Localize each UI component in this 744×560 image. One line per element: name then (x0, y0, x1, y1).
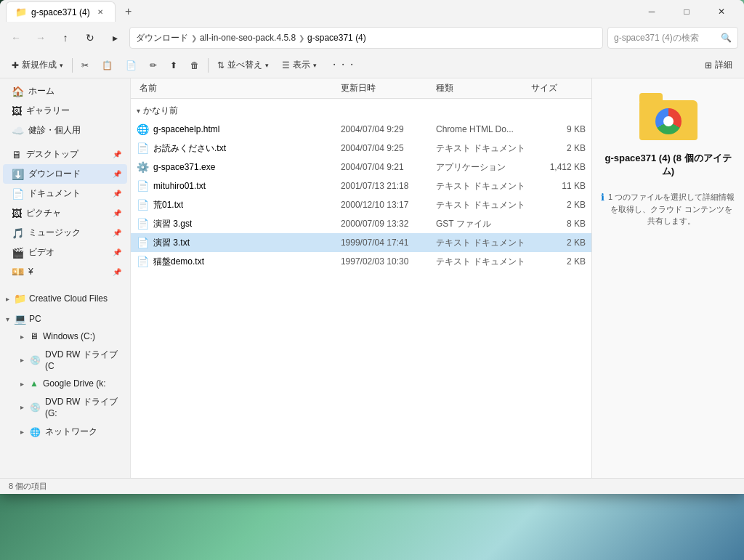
sidebar-group-creative-cloud[interactable]: ▸ 📁 Creative Cloud Files (0, 290, 130, 307)
file-row[interactable]: 📄 演習 3.txt 1999/07/04 17:41 テキスト ドキュメント … (131, 233, 591, 252)
sidebar-item-windows-c[interactable]: ▸ 🖥 Windows (C:) (3, 328, 127, 345)
minimize-button[interactable]: ─ (635, 0, 668, 23)
new-tab-button[interactable]: + (118, 1, 139, 22)
file-type-0: Chrome HTML Do... (436, 124, 531, 134)
file-name-6: 演習 3.txt (153, 237, 190, 249)
file-type-5: GST ファイル (436, 218, 531, 230)
tab-label: g-space371 (4) (31, 7, 90, 17)
videos-pin-icon: 📌 (113, 248, 121, 256)
file-icon-3: 📄 (137, 180, 149, 192)
close-button[interactable]: ✕ (705, 0, 738, 23)
file-row[interactable]: 📄 お読みください.txt 2004/07/04 9:25 テキスト ドキュメン… (131, 139, 591, 158)
pc-label: PC (29, 314, 41, 324)
refresh-button[interactable]: ↻ (80, 28, 100, 48)
sidebar-item-downloads[interactable]: ⬇️ ダウンロード 📌 (3, 164, 127, 184)
dvd-g-expand-icon: ▸ (20, 403, 24, 411)
sidebar-item-gallery[interactable]: 🖼 ギャラリー (3, 101, 127, 121)
file-row[interactable]: 📄 演習 3.gst 2000/07/09 13:32 GST ファイル 8 K… (131, 214, 591, 233)
health-icon: ☁️ (12, 125, 24, 137)
address-bar: ← → ↑ ↻ ▸ ダウンロード ❯ all-in-one-seo-pack.4… (0, 23, 744, 52)
file-icon-2: ⚙️ (137, 161, 149, 173)
file-size-6: 2 KB (531, 238, 586, 248)
file-row[interactable]: 📄 荒01.txt 2000/12/10 13:17 テキスト ドキュメント 2… (131, 195, 591, 214)
view-icon: ☰ (282, 60, 290, 70)
file-type-3: テキスト ドキュメント (436, 180, 531, 192)
new-create-button[interactable]: ✚ 新規作成 ▾ (6, 55, 69, 76)
sort-icon: ⇅ (217, 60, 225, 70)
file-date-1: 2004/07/04 9:25 (341, 143, 436, 153)
sidebar-item-documents[interactable]: 📄 ドキュメント 📌 (3, 184, 127, 203)
music-pin-icon: 📌 (113, 229, 121, 237)
cut-button[interactable]: ✂ (76, 55, 94, 76)
file-date-5: 2000/07/09 13:32 (341, 219, 436, 229)
sort-button[interactable]: ⇅ 並べ替え ▾ (211, 55, 275, 76)
share-button[interactable]: ⬆ (164, 55, 183, 76)
sidebar-item-pictures[interactable]: 🖼 ピクチャ 📌 (3, 203, 127, 223)
sidebar-item-videos[interactable]: 🎬 ビデオ 📌 (3, 243, 127, 262)
file-date-7: 1997/02/03 10:30 (341, 256, 436, 267)
sidebar-item-desktop[interactable]: 🖥 デスクトップ 📌 (3, 145, 127, 164)
sidebar-item-health[interactable]: ☁️ 健診・個人用 (3, 121, 127, 140)
sidebar-item-home[interactable]: 🏠 ホーム (3, 81, 127, 101)
cc-folder-icon: 📁 (14, 293, 26, 304)
delete-button[interactable]: 🗑 (185, 55, 205, 76)
sidebar: 🏠 ホーム 🖼 ギャラリー ☁️ 健診・個人用 🖥 デスクトップ 📌 ⬇️ ダウ… (0, 78, 131, 478)
file-row[interactable]: 📄 mituhiro01.txt 2001/07/13 21:18 テキスト ド… (131, 176, 591, 195)
detail-icon: ⊞ (705, 60, 712, 70)
file-date-2: 2004/07/04 9:21 (341, 162, 436, 172)
file-icon-0: 🌐 (137, 123, 149, 135)
maximize-button[interactable]: □ (670, 0, 703, 23)
paste-button[interactable]: 📄 (120, 55, 142, 76)
copy-button[interactable]: 📋 (96, 55, 118, 76)
file-type-6: テキスト ドキュメント (436, 237, 531, 249)
tab-close-button[interactable]: ✕ (94, 7, 106, 18)
breadcrumb-bar[interactable]: ダウンロード ❯ all-in-one-seo-pack.4.5.8 ❯ g-s… (129, 27, 603, 49)
yen-icon: 💴 (12, 266, 24, 277)
search-icon[interactable]: 🔍 (721, 33, 732, 43)
windows-icon: 🖥 (30, 331, 39, 341)
yen-pin-icon: 📌 (113, 268, 121, 276)
col-type-header[interactable]: 種類 (436, 82, 531, 94)
file-type-7: テキスト ドキュメント (436, 256, 531, 268)
sidebar-item-music[interactable]: 🎵 ミュージック 📌 (3, 223, 127, 243)
file-row[interactable]: 📄 猫盤demo.txt 1997/02/03 10:30 テキスト ドキュメン… (131, 252, 591, 271)
file-row[interactable]: ⚙️ g-space371.exe 2004/07/04 9:21 アプリケーシ… (131, 158, 591, 176)
sidebar-group-pc[interactable]: ▾ 💻 PC (0, 310, 130, 328)
sidebar-item-dvd-g[interactable]: ▸ 💿 DVD RW ドライブ (G: (3, 392, 127, 422)
col-size-header[interactable]: サイズ (531, 82, 586, 94)
col-date-header[interactable]: 更新日時 (341, 82, 436, 94)
detail-info-text: 1 つのファイルを選択して詳細情報を取得し、クラウド コンテンツを共有します。 (607, 191, 735, 227)
rename-button[interactable]: ✏ (144, 55, 163, 76)
back-button[interactable]: ← (6, 28, 26, 48)
sidebar-item-dvd-d[interactable]: ▸ 💿 DVD RW ドライブ (C (3, 345, 127, 375)
videos-icon: 🎬 (12, 247, 24, 259)
file-row[interactable]: 🌐 g-spacehelp.html 2004/07/04 9:29 Chrom… (131, 120, 591, 139)
file-size-7: 2 KB (531, 256, 586, 267)
downloads-label: ダウンロード (28, 168, 81, 180)
search-bar[interactable]: g-space371 (4)の検索 🔍 (607, 27, 738, 49)
folder-chrome-logo (655, 108, 682, 134)
view-button[interactable]: ☰ 表示 ▾ (276, 55, 323, 76)
downloads-pin-icon: 📌 (113, 170, 121, 178)
sort-chevron: ▾ (265, 62, 269, 69)
active-tab[interactable]: 📁 g-space371 (4) ✕ (6, 1, 116, 22)
detail-view-button[interactable]: ⊞ 詳細 (699, 55, 738, 76)
forward-button[interactable]: → (31, 28, 51, 48)
file-group-label: ▾ かなり前 (131, 102, 591, 120)
file-date-4: 2000/12/10 13:17 (341, 200, 436, 210)
sidebar-item-google-drive[interactable]: ▸ ▲ Google Drive (k: (3, 375, 127, 392)
dropdown-chevron: ▾ (60, 62, 63, 69)
col-name-header[interactable]: 名前 (137, 82, 341, 94)
downloads-icon: ⬇️ (12, 169, 24, 180)
sidebar-item-network[interactable]: ▸ 🌐 ネットワーク (3, 422, 127, 442)
breadcrumb-downloads[interactable]: ダウンロード (136, 32, 188, 44)
sidebar-item-yen[interactable]: 💴 ¥ 📌 (3, 262, 127, 281)
file-rows-container: 🌐 g-spacehelp.html 2004/07/04 9:29 Chrom… (131, 120, 591, 271)
up-button[interactable]: ↑ (55, 28, 76, 48)
file-size-0: 9 KB (531, 124, 586, 134)
more-button[interactable]: ・・・ (324, 55, 362, 76)
file-name-1: お読みください.txt (153, 142, 226, 155)
path-icon: ▸ (105, 28, 125, 48)
file-name-3: mituhiro01.txt (153, 181, 206, 191)
breadcrumb-seo[interactable]: all-in-one-seo-pack.4.5.8 (200, 33, 296, 43)
